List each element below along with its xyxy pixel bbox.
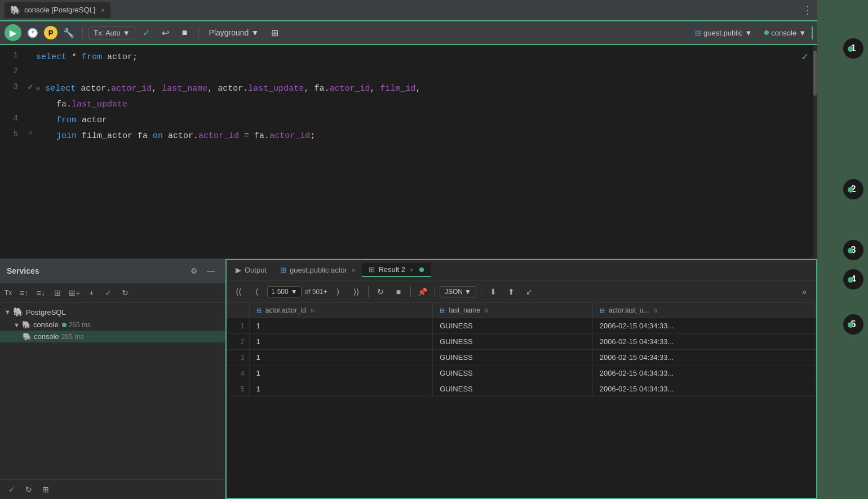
tab-actor[interactable]: ⊞ guest.public.actor ×: [273, 264, 362, 277]
refresh-results-button[interactable]: ↻: [373, 284, 388, 299]
cell-last-name-4: GUINESS: [433, 366, 593, 381]
indicator-dot-3: [848, 248, 853, 253]
line-code-1: select * from actor;: [36, 50, 813, 64]
download-button[interactable]: ⬇: [486, 284, 501, 299]
editor-scrollbar[interactable]: [813, 45, 817, 259]
results-toolbar: ⟨⟨ ⟨ 1-500 ▼ of 501+ ⟩ ⟩⟩ ↻ ■ 📌 JSON ▼: [227, 280, 816, 303]
cell-last-name-1: GUINESS: [433, 318, 593, 334]
col-last-name[interactable]: ⊞ last_name ⇅: [433, 303, 593, 318]
actor-grid-icon: ⊞: [280, 266, 286, 274]
json-label: JSON: [445, 288, 463, 296]
cell-last-update-3: 2006-02-15 04:34:33...: [592, 350, 816, 366]
run-button[interactable]: ▶: [5, 24, 21, 41]
tree-elephant-icon: 🐘: [13, 307, 24, 317]
table-row[interactable]: 4 1 GUINESS 2006-02-15 04:34:33...: [227, 366, 816, 381]
table-row[interactable]: 3 1 GUINESS 2006-02-15 04:34:33...: [227, 350, 816, 366]
code-editor[interactable]: 1 select * from actor; 2 3 ✓ ⊟ select ac…: [0, 45, 817, 259]
p-button[interactable]: P: [44, 26, 57, 39]
sort-actor-id[interactable]: ⇅: [310, 308, 315, 314]
services-header: Services ⚙ —: [0, 259, 225, 283]
table-row[interactable]: 1 1 GUINESS 2006-02-15 04:34:33...: [227, 318, 816, 334]
refresh-button[interactable]: ↻: [118, 286, 132, 300]
bottom-toolbar: ✓ ↻ ⊞: [0, 479, 225, 499]
sort-last-update[interactable]: ⇅: [653, 308, 658, 314]
line-number-1: 1: [5, 50, 18, 60]
code-line-5: 5 ⊙ join film_actor fa on actor.actor_id…: [0, 128, 817, 144]
json-chevron: ▼: [464, 288, 471, 296]
indicator-dot-2: [848, 187, 853, 193]
tree-item-console-2[interactable]: 🐘 console 265 ms: [0, 331, 225, 342]
page-selector[interactable]: 1-500 ▼: [267, 286, 302, 297]
tab-result2[interactable]: ⊞ Result 2 ×: [362, 263, 430, 277]
prev-page-button[interactable]: ⟨: [249, 284, 264, 299]
grid-view-button[interactable]: ⊞: [38, 482, 53, 497]
tab-close-button[interactable]: ×: [101, 7, 104, 14]
wrench-button[interactable]: 🔧: [61, 25, 77, 41]
line-code-2: [36, 65, 813, 66]
upload-button[interactable]: ⬆: [504, 284, 519, 299]
check-mark-button[interactable]: ✓: [5, 482, 19, 497]
tab-more-button[interactable]: ⋮: [803, 4, 813, 16]
import-button[interactable]: ↙: [522, 284, 537, 299]
divider-1: [82, 26, 83, 39]
code-line-3b: fa.last_update: [0, 97, 817, 113]
col-last-update[interactable]: ⊞ actor.last_u... ⇅: [592, 303, 816, 318]
tree-time-console-2: 265 ms: [61, 333, 83, 341]
tab-output[interactable]: ▶ Output: [229, 264, 273, 277]
first-page-button[interactable]: ⟨⟨: [231, 284, 246, 299]
history-button[interactable]: 🕐: [25, 25, 41, 41]
check-right-icon: ✓: [801, 50, 808, 64]
check-button[interactable]: ✓: [101, 286, 116, 300]
stop-results-button[interactable]: ■: [391, 284, 406, 299]
results-panel: ▶ Output ⊞ guest.public.actor × ⊞ Result…: [225, 259, 817, 499]
next-page-button[interactable]: ⟩: [331, 284, 346, 299]
page-total: of 501+: [305, 288, 327, 296]
refresh-bottom-button[interactable]: ↻: [21, 482, 36, 497]
console-selector[interactable]: console ▼: [760, 26, 813, 39]
toolbar: ▶ 🕐 P 🔧 Tx: Auto ▼ ✓ ↩ ■ Playground ▼ ⊞ …: [0, 20, 817, 45]
sort-last-name[interactable]: ⇅: [484, 308, 489, 314]
col-icon-last-name: ⊞: [440, 307, 445, 314]
cell-last-update-1: 2006-02-15 04:34:33...: [592, 318, 816, 334]
console-tab[interactable]: 🐘 console [PostgreSQL] ×: [5, 2, 110, 18]
expand-all-button[interactable]: ≡↓: [33, 286, 48, 300]
table-row[interactable]: 2 1 GUINESS 2006-02-15 04:34:33...: [227, 334, 816, 350]
tree-item-console-1[interactable]: ▼ 🐘 console 265 ms: [0, 319, 225, 331]
schema-selector[interactable]: ⊞ guest.public ▼: [690, 26, 756, 39]
add-button[interactable]: +: [84, 286, 99, 300]
page-range: 1-500: [271, 288, 289, 296]
tx-dropdown[interactable]: Tx: Auto ▼: [88, 26, 135, 39]
col-actor-id[interactable]: ⊞ actor.actor_id ⇅: [249, 303, 433, 318]
collapse-all-button[interactable]: ≡↑: [16, 286, 31, 300]
stop-button[interactable]: ■: [177, 25, 193, 41]
grid-button[interactable]: ⊞: [267, 25, 282, 41]
rollback-button[interactable]: ↩: [158, 25, 174, 41]
new-connection-button[interactable]: ⊞+: [67, 286, 82, 300]
connection-tree-button[interactable]: ⊞: [50, 286, 65, 300]
services-tree: ▼ 🐘 PostgreSQL ▼ 🐘 console 265 ms 🐘 cons…: [0, 303, 225, 479]
divider-2: [198, 26, 199, 39]
tab-output-label: Output: [245, 266, 267, 274]
breakpoint-icon: ⊙: [29, 128, 33, 136]
json-dropdown[interactable]: JSON ▼: [440, 286, 476, 297]
code-line-4: 4 from actor: [0, 113, 817, 128]
line-number-2: 2: [5, 65, 18, 75]
pin-button[interactable]: 📌: [415, 284, 430, 299]
tree-item-postgresql[interactable]: ▼ 🐘 PostgreSQL: [0, 305, 225, 319]
commit-button[interactable]: ✓: [139, 25, 154, 41]
playground-dropdown[interactable]: Playground ▼: [205, 26, 264, 39]
row-num-header: [227, 303, 249, 318]
tab-actor-close[interactable]: ×: [352, 267, 355, 274]
tab-result2-close[interactable]: ×: [410, 266, 413, 273]
right-side-panel: 1 2 3 4 5: [817, 0, 868, 499]
code-line-1: 1 select * from actor;: [0, 50, 817, 65]
cell-actor-id-1: 1: [249, 318, 433, 334]
check-icon-3: ✓: [28, 81, 33, 92]
services-settings-button[interactable]: ⚙: [187, 264, 201, 278]
more-results-button[interactable]: »: [797, 284, 812, 299]
tree-elephant-icon-3: 🐘: [23, 332, 32, 341]
services-collapse-button[interactable]: —: [203, 264, 218, 278]
col-label-actor-id: actor.actor_id: [265, 306, 306, 314]
last-page-button[interactable]: ⟩⟩: [349, 284, 364, 299]
table-row[interactable]: 5 1 GUINESS 2006-02-15 04:34:33...: [227, 381, 816, 397]
